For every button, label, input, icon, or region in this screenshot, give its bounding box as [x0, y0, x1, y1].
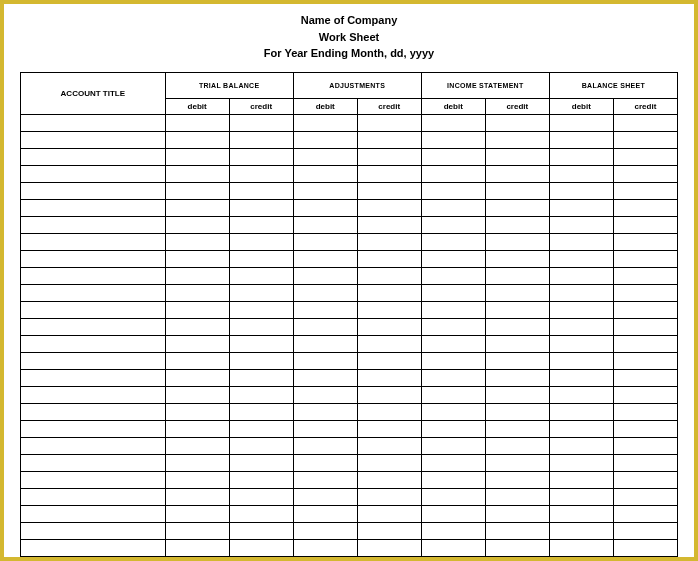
- cell: [485, 420, 549, 437]
- cell: [549, 165, 613, 182]
- cell: [485, 471, 549, 488]
- cell: [613, 437, 677, 454]
- col-bal-debit: debit: [549, 98, 613, 114]
- cell: [421, 165, 485, 182]
- cell: [229, 403, 293, 420]
- cell: [357, 386, 421, 403]
- cell: [421, 471, 485, 488]
- cell: [613, 301, 677, 318]
- cell: [613, 148, 677, 165]
- cell: [229, 522, 293, 539]
- cell: [165, 182, 229, 199]
- cell: [549, 250, 613, 267]
- cell: [293, 488, 357, 505]
- cell: [421, 301, 485, 318]
- cell: [549, 539, 613, 556]
- cell: [613, 420, 677, 437]
- cell: [165, 539, 229, 556]
- cell: [357, 250, 421, 267]
- table-row: [21, 131, 678, 148]
- cell: [229, 505, 293, 522]
- cell: [613, 522, 677, 539]
- cell: [229, 233, 293, 250]
- table-row: [21, 335, 678, 352]
- table-row: [21, 165, 678, 182]
- cell: [229, 471, 293, 488]
- cell: [421, 131, 485, 148]
- cell: [613, 539, 677, 556]
- cell: [229, 199, 293, 216]
- cell: [549, 318, 613, 335]
- cell: [485, 199, 549, 216]
- cell: [485, 284, 549, 301]
- cell: [293, 301, 357, 318]
- cell: [21, 318, 166, 335]
- cell: [229, 352, 293, 369]
- table-row: [21, 352, 678, 369]
- cell: [613, 114, 677, 131]
- cell: [229, 165, 293, 182]
- cell: [549, 284, 613, 301]
- cell: [21, 165, 166, 182]
- cell: [165, 199, 229, 216]
- cell: [293, 165, 357, 182]
- cell: [293, 284, 357, 301]
- col-adjustments: ADJUSTMENTS: [293, 72, 421, 98]
- cell: [421, 233, 485, 250]
- cell: [613, 284, 677, 301]
- cell: [485, 437, 549, 454]
- cell: [229, 454, 293, 471]
- cell: [21, 301, 166, 318]
- cell: [229, 488, 293, 505]
- cell: [421, 114, 485, 131]
- cell: [549, 386, 613, 403]
- cell: [357, 165, 421, 182]
- cell: [485, 148, 549, 165]
- cell: [21, 148, 166, 165]
- col-account-title: ACCOUNT TITLE: [21, 72, 166, 114]
- cell: [613, 267, 677, 284]
- cell: [229, 216, 293, 233]
- cell: [357, 454, 421, 471]
- cell: [293, 437, 357, 454]
- cell: [229, 284, 293, 301]
- cell: [549, 522, 613, 539]
- cell: [613, 216, 677, 233]
- cell: [229, 114, 293, 131]
- cell: [293, 216, 357, 233]
- table-row: [21, 437, 678, 454]
- cell: [549, 335, 613, 352]
- table-row: [21, 199, 678, 216]
- cell: [421, 386, 485, 403]
- cell: [549, 199, 613, 216]
- table-row: [21, 539, 678, 556]
- cell: [21, 216, 166, 233]
- table-row: [21, 386, 678, 403]
- cell: [613, 454, 677, 471]
- cell: [357, 318, 421, 335]
- cell: [165, 403, 229, 420]
- cell: [21, 471, 166, 488]
- cell: [613, 471, 677, 488]
- cell: [165, 420, 229, 437]
- cell: [357, 199, 421, 216]
- cell: [485, 522, 549, 539]
- cell: [293, 318, 357, 335]
- cell: [485, 454, 549, 471]
- cell: [165, 505, 229, 522]
- cell: [165, 131, 229, 148]
- cell: [421, 182, 485, 199]
- cell: [485, 403, 549, 420]
- cell: [293, 403, 357, 420]
- cell: [549, 148, 613, 165]
- cell: [293, 335, 357, 352]
- cell: [485, 369, 549, 386]
- cell: [549, 488, 613, 505]
- sheet-title: Work Sheet: [20, 29, 678, 46]
- cell: [293, 539, 357, 556]
- cell: [485, 216, 549, 233]
- col-balance-sheet: BALANCE SHEET: [549, 72, 677, 98]
- cell: [421, 318, 485, 335]
- cell: [165, 165, 229, 182]
- cell: [613, 199, 677, 216]
